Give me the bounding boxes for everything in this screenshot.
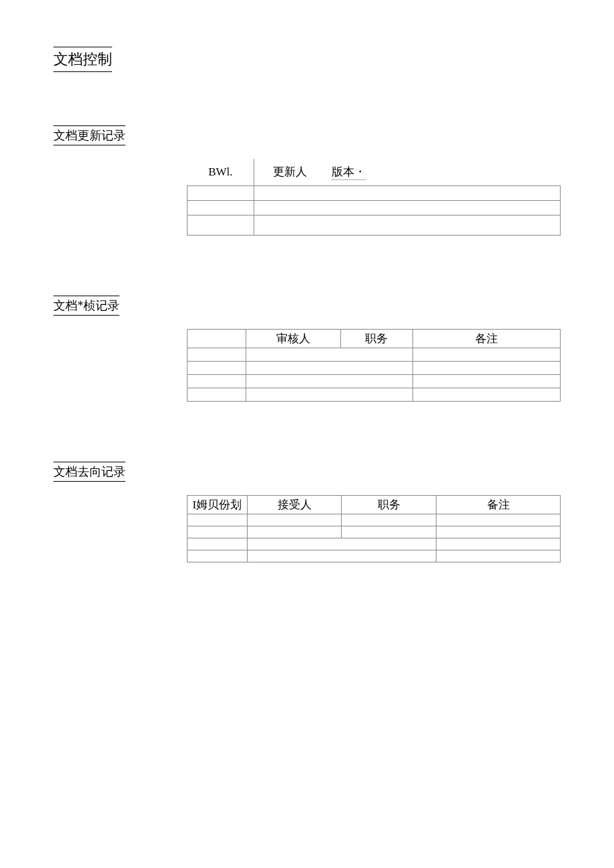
cell <box>342 514 436 526</box>
cell <box>188 526 248 538</box>
cell <box>254 185 561 200</box>
cell <box>188 550 248 562</box>
section-review-heading: 文档*桢记录 <box>53 296 119 316</box>
dist-table: I姆贝份划 接受人 职务 备注 <box>187 495 561 562</box>
cell <box>188 200 254 215</box>
col-copy: I姆贝份划 <box>188 495 248 514</box>
col-position: 职务 <box>341 329 412 348</box>
cell <box>188 388 246 401</box>
cell <box>254 200 561 215</box>
cell <box>247 526 342 538</box>
cell <box>412 374 560 388</box>
update-table: BWl. 更新人 版本・ <box>187 159 561 236</box>
cell <box>188 215 254 235</box>
cell <box>246 348 412 361</box>
cell <box>247 550 436 562</box>
cell <box>188 538 248 550</box>
col-remark: 备注 <box>436 495 561 514</box>
col-updater: 更新人 <box>254 159 325 185</box>
cell <box>436 526 561 538</box>
section-dist-heading: 文档去向记录 <box>53 462 125 482</box>
col-bw1: BWl. <box>188 159 254 185</box>
cell <box>412 348 560 361</box>
cell <box>188 514 248 526</box>
cell <box>188 329 246 348</box>
col-position: 职务 <box>342 495 436 514</box>
cell <box>188 361 246 374</box>
review-table: 审核人 职务 各注 <box>187 329 561 402</box>
cell <box>246 374 412 388</box>
cell <box>188 374 246 388</box>
cell <box>436 538 561 550</box>
cell <box>412 388 560 401</box>
cell <box>254 215 561 235</box>
cell <box>247 514 342 526</box>
section-update-heading: 文档更新记录 <box>53 125 125 145</box>
cell <box>188 348 246 361</box>
col-reviewer: 审核人 <box>246 329 340 348</box>
cell <box>436 514 561 526</box>
cell <box>246 361 412 374</box>
cell <box>412 361 560 374</box>
cell <box>342 526 436 538</box>
cell <box>436 550 561 562</box>
cell <box>247 538 436 550</box>
col-version: 版本・ <box>325 159 560 185</box>
col-remark: 各注 <box>412 329 560 348</box>
page-title: 文档控制 <box>53 47 112 72</box>
cell <box>246 388 412 401</box>
cell <box>188 185 254 200</box>
col-receiver: 接受人 <box>247 495 342 514</box>
